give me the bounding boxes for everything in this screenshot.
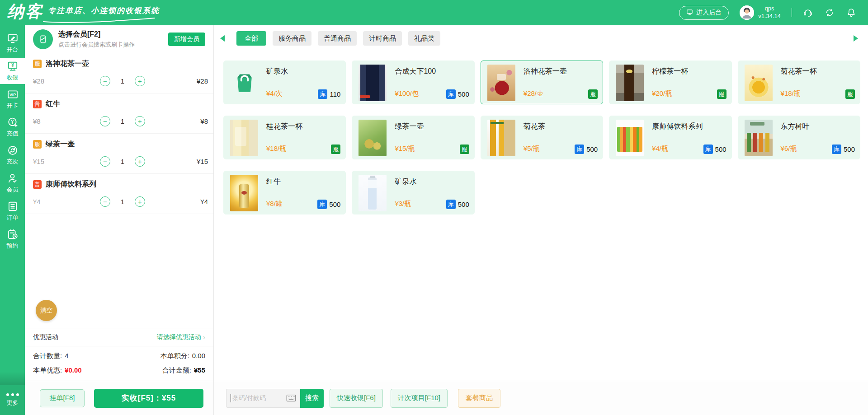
promo-label: 优惠活动 xyxy=(33,333,58,341)
product-card[interactable]: 菊花茶一杯 ¥18/瓶 服 xyxy=(738,61,860,104)
open-table-icon xyxy=(7,33,19,44)
product-price: ¥3/瓶 xyxy=(395,200,411,208)
product-price: ¥4/瓶 xyxy=(652,145,668,153)
product-card[interactable]: 矿泉水 ¥4/次 库110 xyxy=(223,61,346,104)
sync-icon[interactable] xyxy=(825,8,835,18)
keyboard-icon[interactable] xyxy=(286,394,296,402)
minus-circle-icon[interactable]: − xyxy=(100,76,110,86)
service-tag: 服 xyxy=(845,89,855,99)
cart-item-price: ¥28 xyxy=(33,77,44,85)
sidebar-item-order[interactable]: 订单 xyxy=(0,198,25,224)
product-card[interactable]: 菊花茶 ¥5/瓶 库500 xyxy=(481,116,603,159)
product-photo xyxy=(228,65,261,101)
sidebar-item-label: 开卡 xyxy=(7,102,19,110)
member-select-header[interactable]: 选择会员[F2] 点击进行会员搜索或刷卡操作 新增会员 xyxy=(25,25,213,53)
sidebar-item-recharge[interactable]: ¥充值 xyxy=(0,114,25,140)
product-name: 矿泉水 xyxy=(395,177,416,187)
amount-label: 合计金额: xyxy=(162,366,191,375)
customer-service-icon[interactable] xyxy=(803,8,813,18)
category-tab-普通商品[interactable]: 普通商品 xyxy=(318,31,357,46)
cart-item[interactable]: 普 康师傅饮料系列 ¥4 − 1 + ¥4 xyxy=(25,174,213,214)
cart-item-total: ¥28 xyxy=(197,77,208,85)
cart-item-price: ¥4 xyxy=(33,198,41,205)
product-badges: 库500 xyxy=(317,200,340,209)
times-item-button[interactable]: 计次项目[F10] xyxy=(391,389,448,408)
member-card-icon xyxy=(33,29,53,49)
sidebar-item-member[interactable]: 会员 xyxy=(0,170,25,196)
product-card[interactable]: 绿茶一壶 ¥15/瓶 服 xyxy=(352,116,474,159)
product-photo xyxy=(359,65,387,101)
product-card[interactable]: 东方树叶 ¥6/瓶 库500 xyxy=(738,116,860,159)
sidebar-item-label: 收银 xyxy=(7,74,19,82)
hold-order-button[interactable]: 挂单[F8] xyxy=(40,389,85,407)
bell-icon[interactable] xyxy=(846,8,856,18)
plus-circle-icon[interactable]: + xyxy=(135,76,145,86)
category-tab-服务商品[interactable]: 服务商品 xyxy=(273,31,311,46)
search-group: 条码/付款码 搜索 xyxy=(226,389,324,408)
clear-cart-button[interactable]: 清空 xyxy=(36,300,57,321)
quick-cashier-button[interactable]: 快速收银[F6] xyxy=(330,389,383,408)
category-tab-全部[interactable]: 全部 xyxy=(236,31,266,46)
minus-circle-icon[interactable]: − xyxy=(100,196,110,207)
cart-item[interactable]: 服 绿茶一壶 ¥15 − 1 + ¥15 xyxy=(25,134,213,174)
product-card[interactable]: 洛神花茶一壶 ¥28/壶 服 xyxy=(481,61,603,104)
tabs-scroll-right-icon[interactable] xyxy=(854,35,858,42)
sidebar-item-more[interactable]: 更多 xyxy=(0,385,25,415)
order-summary: 合计数量:4 本单积分:0.00 本单优惠:¥0.00 合计金额:¥55 xyxy=(25,346,213,381)
item-type-badge: 普 xyxy=(33,100,42,108)
barcode-search-input[interactable]: 条码/付款码 xyxy=(226,389,300,408)
sidebar-item-label: 订单 xyxy=(7,214,19,222)
logo-wrap: 纳客 专注单店、小连锁的收银系统 xyxy=(7,0,160,25)
sidebar-item-reservation[interactable]: 预约 xyxy=(0,226,25,252)
stock-tag: 库 xyxy=(446,200,456,209)
sidebar-item-label: 充值 xyxy=(7,130,19,138)
sidebar-item-cashier[interactable]: ¥收银 xyxy=(0,58,25,84)
product-name: 康师傅饮料系列 xyxy=(652,122,703,131)
product-card[interactable]: 桂花茶一杯 ¥18/瓶 服 xyxy=(223,116,346,159)
cart-item[interactable]: 普 红牛 ¥8 − 1 + ¥8 xyxy=(25,93,213,134)
stock-count: 110 xyxy=(330,90,340,98)
sidebar-item-open-table[interactable]: 开台 xyxy=(0,30,25,56)
tabs-scroll-left-icon[interactable] xyxy=(220,35,225,42)
cashier-icon: ¥ xyxy=(7,61,19,72)
product-badges: 服 xyxy=(717,89,726,99)
promo-select-link[interactable]: 请选择优惠活动 › xyxy=(157,333,205,341)
minus-circle-icon[interactable]: − xyxy=(100,116,110,126)
svg-text:VIP: VIP xyxy=(9,93,16,97)
product-card[interactable]: 红牛 ¥8/罐 库500 xyxy=(223,171,346,214)
product-card[interactable]: 合成天下100 ¥100/包 库500 xyxy=(352,61,474,104)
search-placeholder: 条码/付款码 xyxy=(232,394,266,402)
sidebar-item-recharge-times[interactable]: 充次 xyxy=(0,142,25,168)
body: 开台¥收银VIP开卡¥充值充次会员订单预约 更多 选择会员[F2] 点击进行会员… xyxy=(0,25,868,415)
enter-backstage-button[interactable]: 进入后台 xyxy=(679,6,729,20)
checkout-button[interactable]: 实收[F5]：¥55 xyxy=(94,389,203,408)
product-card[interactable]: 康师傅饮料系列 ¥4/瓶 库500 xyxy=(609,116,731,159)
product-badges: 库500 xyxy=(446,200,469,209)
service-tag: 服 xyxy=(717,89,726,99)
add-member-button[interactable]: 新增会员 xyxy=(168,33,205,46)
product-card[interactable]: 矿泉水 ¥3/瓶 库500 xyxy=(352,171,474,214)
category-tab-计时商品[interactable]: 计时商品 xyxy=(363,31,402,46)
cart-item[interactable]: 服 洛神花茶一壶 ¥28 − 1 + ¥28 xyxy=(25,53,213,93)
member-select-title: 选择会员[F2] xyxy=(58,30,135,39)
plus-circle-icon[interactable]: + xyxy=(135,116,145,126)
product-card[interactable]: 柠檬茶一杯 ¥20/瓶 服 xyxy=(609,61,731,104)
member-select-subtitle: 点击进行会员搜索或刷卡操作 xyxy=(58,41,135,49)
user-wrap[interactable]: qps v1.34.14 xyxy=(740,5,781,20)
cart-item-qty: 1 xyxy=(118,158,127,165)
combo-product-button[interactable]: 套餐商品 xyxy=(458,389,500,408)
category-tab-礼品类[interactable]: 礼品类 xyxy=(408,31,440,46)
product-name: 合成天下100 xyxy=(395,67,436,76)
reservation-icon xyxy=(7,228,19,240)
user-meta: qps v1.34.14 xyxy=(758,5,781,20)
product-badges: 服 xyxy=(588,89,598,99)
cart-item-name: 康师傅饮料系列 xyxy=(46,180,96,189)
sidebar-nav: 开台¥收银VIP开卡¥充值充次会员订单预约 更多 xyxy=(0,25,25,415)
minus-circle-icon[interactable]: − xyxy=(100,156,110,167)
plus-circle-icon[interactable]: + xyxy=(135,196,145,207)
sidebar-item-vip-card[interactable]: VIP开卡 xyxy=(0,86,25,112)
search-button[interactable]: 搜索 xyxy=(300,389,324,408)
product-badges: 服 xyxy=(845,89,855,99)
amount-value: ¥55 xyxy=(194,366,205,374)
plus-circle-icon[interactable]: + xyxy=(135,156,145,167)
